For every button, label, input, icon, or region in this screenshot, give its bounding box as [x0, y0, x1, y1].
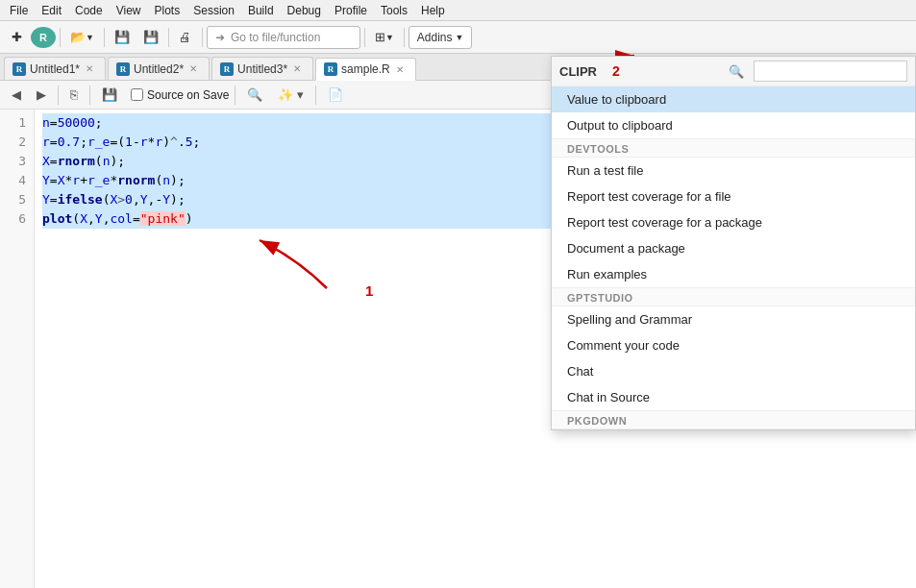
dropdown-item-label: Chat in Source: [567, 390, 650, 404]
dropdown-item-output-to-clipboard[interactable]: Output to clipboard: [552, 112, 915, 138]
menubar: File Edit Code View Plots Session Build …: [0, 0, 916, 21]
forward-nav-button[interactable]: ▶: [31, 85, 52, 105]
menu-view[interactable]: View: [111, 3, 147, 18]
dropdown-item-comment-code[interactable]: Comment your code: [552, 332, 915, 358]
dropdown-item-label: Spelling and Grammar: [567, 312, 692, 327]
dropdown-item-chat[interactable]: Chat: [552, 358, 915, 384]
grid-view-button[interactable]: ⊞ ▼: [369, 25, 400, 50]
tab-close-untitled3[interactable]: ✕: [291, 63, 303, 74]
dropdown-search-icon[interactable]: 🔍: [727, 62, 746, 81]
goto-input-container[interactable]: ➜ Go to file/function: [207, 26, 360, 49]
magic-wand-button[interactable]: ✨ ▾: [272, 85, 309, 105]
goto-placeholder: Go to file/function: [231, 31, 320, 44]
menu-debug[interactable]: Debug: [282, 3, 327, 18]
tab-untitled2[interactable]: R Untitled2* ✕: [108, 57, 210, 80]
addins-button[interactable]: Addins ▼: [408, 26, 473, 49]
line-numbers: 1 2 3 4 5 6: [0, 110, 35, 588]
save-editor-button[interactable]: 💾: [96, 83, 123, 108]
dropdown-item-run-test-file[interactable]: Run a test file: [552, 158, 915, 184]
menu-edit[interactable]: Edit: [36, 3, 67, 18]
dropdown-item-label: Value to clipboard: [567, 92, 666, 107]
editor-divider-3: [235, 86, 235, 105]
editor-divider-2: [89, 86, 90, 105]
menu-code[interactable]: Code: [69, 3, 109, 18]
editor-divider-4: [315, 86, 316, 105]
line-num-4: 4: [8, 171, 26, 190]
folder-icon: 📂: [70, 30, 86, 44]
addins-label: Addins: [417, 31, 453, 44]
menu-file[interactable]: File: [4, 3, 34, 18]
dropdown-item-spelling-grammar[interactable]: Spelling and Grammar: [552, 306, 915, 332]
line-num-2: 2: [8, 133, 26, 152]
tab-untitled1[interactable]: R Untitled1* ✕: [4, 57, 106, 80]
r-icon-untitled1: R: [12, 62, 26, 76]
r-new-icon: R: [39, 32, 47, 43]
tab-close-untitled1[interactable]: ✕: [84, 63, 95, 74]
line-num-3: 3: [8, 152, 26, 171]
dropdown-title: CLIPR: [559, 64, 597, 79]
source-on-save-container: Source on Save: [131, 88, 229, 102]
menu-session[interactable]: Session: [187, 3, 240, 18]
tab-sample[interactable]: R sample.R ✕: [315, 58, 416, 81]
menu-help[interactable]: Help: [415, 3, 451, 18]
save-editor-icon: 💾: [102, 87, 117, 102]
dropdown-item-chat-in-source[interactable]: Chat in Source: [552, 384, 915, 410]
dropdown-item-document-package[interactable]: Document a package: [552, 235, 915, 261]
divider-2: [104, 28, 105, 47]
dropdown-item-value-to-clipboard[interactable]: Value to clipboard: [552, 86, 915, 112]
doc-button[interactable]: 📄: [322, 85, 349, 105]
line-num-1: 1: [8, 113, 26, 133]
r-icon-untitled2: R: [116, 62, 130, 76]
dropdown-section-pkgdown: PKGDOWN: [552, 410, 915, 429]
dropdown-badge: 2: [612, 63, 620, 79]
dropdown-item-report-coverage-package[interactable]: Report test coverage for a package: [552, 209, 915, 235]
save-icon: 💾: [114, 30, 130, 44]
tab-close-untitled2[interactable]: ✕: [187, 63, 199, 74]
dropdown-item-label: Report test coverage for a package: [567, 215, 762, 230]
line-num-5: 5: [8, 190, 26, 209]
menu-plots[interactable]: Plots: [149, 3, 186, 18]
menu-profile[interactable]: Profile: [329, 3, 373, 18]
history-button[interactable]: ⎘: [64, 85, 84, 105]
open-file-button[interactable]: 📂 ▼: [64, 25, 100, 50]
dropdown-header: CLIPR 2 🔍: [552, 57, 915, 86]
menu-tools[interactable]: Tools: [375, 3, 413, 18]
save-all-icon: 💾: [143, 30, 159, 44]
dropdown-item-label: Output to clipboard: [567, 118, 673, 133]
divider-5: [364, 28, 365, 47]
divider-4: [202, 28, 203, 47]
dropdown-item-label: Comment your code: [567, 338, 680, 353]
dropdown-item-run-examples[interactable]: Run examples: [552, 261, 915, 287]
dropdown-section-gptstudio: GPTSTUDIO: [552, 287, 915, 306]
tab-untitled3[interactable]: R Untitled3* ✕: [211, 57, 313, 80]
new-file-button[interactable]: ✚: [4, 25, 29, 50]
tab-label-untitled2: Untitled2*: [134, 62, 184, 76]
source-on-save-label: Source on Save: [147, 88, 229, 102]
r-icon-untitled3: R: [220, 62, 234, 76]
line-num-6: 6: [8, 209, 26, 229]
dropdown-section-devtools: DEVTOOLS: [552, 138, 915, 158]
print-button[interactable]: 🖨: [173, 25, 198, 50]
editor-divider-1: [58, 86, 59, 105]
addins-arrow-icon: ▼: [456, 33, 464, 42]
source-on-save-checkbox[interactable]: [131, 88, 143, 101]
tab-label-untitled3: Untitled3*: [237, 62, 287, 76]
main-toolbar: ✚ R 📂 ▼ 💾 💾 🖨 ➜ Go to file/function ⊞ ▼ …: [0, 21, 916, 54]
save-all-button[interactable]: 💾: [137, 25, 164, 50]
new-file-icon: ✚: [12, 30, 22, 44]
search-editor-button[interactable]: 🔍: [241, 85, 268, 105]
dropdown-item-label: Document a package: [567, 241, 685, 256]
save-button[interactable]: 💾: [109, 25, 136, 50]
dropdown-item-report-coverage-file[interactable]: Report test coverage for a file: [552, 184, 915, 209]
menu-build[interactable]: Build: [242, 3, 280, 18]
dropdown-item-label: Chat: [567, 364, 593, 379]
dropdown-arrow-icon: ▼: [86, 33, 94, 42]
tab-label-sample: sample.R: [341, 62, 390, 76]
new-r-button[interactable]: R: [31, 27, 56, 48]
divider-3: [168, 28, 169, 47]
dropdown-search-input[interactable]: [754, 61, 907, 82]
dropdown-item-label: Report test coverage for a file: [567, 189, 731, 204]
print-icon: 🖨: [179, 30, 191, 44]
tab-close-sample[interactable]: ✕: [394, 64, 406, 75]
back-nav-button[interactable]: ◀: [6, 85, 27, 105]
